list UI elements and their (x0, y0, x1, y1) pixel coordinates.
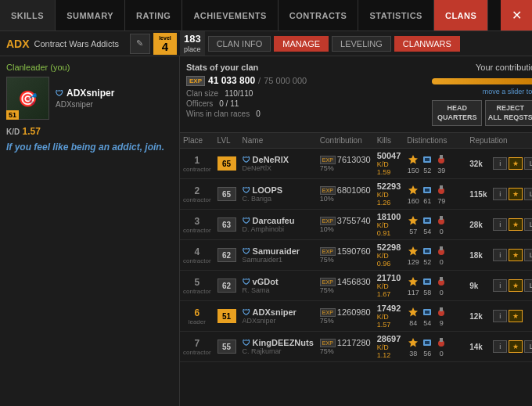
leader-subname: ADXsniper (56, 100, 114, 109)
svg-marker-20 (408, 277, 418, 286)
subtab-leveling[interactable]: LEVELING (332, 36, 391, 52)
rep-btn-★[interactable]: ★ (509, 249, 523, 261)
exp-label: EXP (320, 217, 336, 225)
place-cell: 7contractor (180, 332, 214, 362)
tab-rating[interactable]: RATING (125, 0, 182, 31)
rep-btn-L[interactable]: L (524, 340, 532, 353)
exp-max: / (258, 76, 261, 85)
leader-name: 🛡 ADXsniper (56, 88, 114, 99)
kills-value: 50047 (377, 151, 401, 160)
wins-value: 0 (256, 110, 261, 118)
name-cell: 🛡DarcaufeuD. Amphinobi (239, 210, 317, 240)
medal-icon (435, 214, 448, 227)
contribution-section: Your contribution 75% EXP move a slider … (432, 63, 532, 126)
rep-btn-L[interactable]: L (524, 218, 532, 231)
edit-clan-button[interactable]: ✎ (130, 34, 150, 54)
shield-icon: 🛡 (243, 156, 250, 164)
contribution-cell: EXP680106010% (317, 179, 374, 210)
rep-btn-L[interactable]: L (524, 157, 532, 170)
col-name: Name (239, 133, 317, 149)
player-subname: DeNeRlX (243, 164, 314, 172)
name-cell: 🛡KingDEEZNutsC. Rajkumar (239, 332, 317, 362)
rep-btn-L[interactable]: L (524, 279, 532, 292)
col-distinctions: Distinctions (404, 133, 466, 149)
svg-rect-12 (425, 219, 430, 222)
tab-contracts[interactable]: CONTRACTS (279, 0, 359, 31)
lvl-cell: 65 (214, 179, 239, 210)
rep-btn-i[interactable]: i (493, 249, 507, 261)
rep-btn-★[interactable]: ★ (509, 188, 523, 200)
kd-value: K/D 1.59 (377, 160, 401, 176)
contribution-cell: EXP121728075% (317, 332, 374, 362)
kills-cell: 28697K/D 1.12 (374, 332, 404, 362)
contrib-title: Your contribution (476, 63, 532, 72)
distinctions-cell: 160 61 79 (404, 179, 466, 210)
rep-btn-★[interactable]: ★ (509, 279, 523, 292)
rep-btn-i[interactable]: i (493, 157, 507, 170)
main-content: Clanleader (you) 🎯 51 🛡 ADXsniper ADXsni… (0, 56, 532, 406)
rep-btn-★[interactable]: ★ (509, 157, 523, 170)
close-button[interactable]: ✕ (501, 0, 532, 31)
rep-btn-i[interactable]: i (493, 188, 507, 200)
contrib-value: 1217280 (337, 338, 371, 347)
contribution-cell: EXP761303075% (317, 149, 374, 179)
player-subname: Samuraider1 (243, 256, 314, 264)
hq-button[interactable]: HEAD QUARTERS (432, 100, 482, 126)
rep-btn-★[interactable]: ★ (509, 310, 523, 322)
rep-btn-i[interactable]: i (493, 279, 507, 292)
medal-count: 0 (435, 289, 448, 296)
subtab-clan-info[interactable]: CLAN INFO (208, 36, 271, 52)
shield-icon: 🛡 (243, 217, 250, 225)
rep-btn-L[interactable]: L (524, 249, 532, 261)
shield-icon: 🛡 (243, 308, 250, 317)
contribution-cell: EXP145683075% (317, 271, 374, 301)
svg-rect-27 (425, 311, 430, 314)
rep-btn-i[interactable]: i (493, 218, 507, 231)
reputation-cell: 115ki★LLtOf✕ (466, 179, 532, 210)
tab-skills[interactable]: SKILLS (0, 0, 56, 31)
exp-label: EXP (320, 308, 336, 317)
clan-place: 183 (184, 33, 201, 45)
contrib-pct: 75% (320, 164, 371, 172)
rank-icon (421, 306, 433, 318)
rep-btn-★[interactable]: ★ (509, 218, 523, 231)
rank-icon (421, 245, 433, 257)
col-lvl: LVL (214, 133, 239, 149)
svg-rect-34 (440, 338, 443, 342)
subtab-manage[interactable]: MANAGE (274, 36, 329, 52)
level-badge: 65 (217, 187, 236, 201)
kills-cell: 52298K/D 0.96 (374, 240, 404, 271)
table-row: 3contractor63🛡DarcaufeuD. AmphinobiEXP37… (180, 210, 532, 240)
reputation-cell: 28ki★LLtOf✕ (466, 210, 532, 240)
rep-btn-★[interactable]: ★ (509, 340, 523, 353)
rep-value: 18k (469, 251, 491, 260)
reject-button[interactable]: REJECT ALL REQSTS (485, 100, 532, 126)
contrib-pct: 75% (320, 317, 371, 325)
lvl-cell: 62 (214, 240, 239, 271)
rep-value: 115k (469, 190, 491, 199)
name-cell: 🛡SamuraiderSamuraider1 (239, 240, 317, 271)
subtab-clanwars[interactable]: CLANWARS (394, 36, 460, 52)
tab-summary[interactable]: SUMMARY (56, 0, 125, 31)
name-cell: 🛡DeNeRlXDeNeRlX (239, 149, 317, 179)
rep-btn-i[interactable]: i (493, 340, 507, 353)
rep-btn-i[interactable]: i (493, 310, 507, 322)
contribution-cell: EXP126098075% (317, 301, 374, 332)
distinctions-cell: 57 54 0 (404, 210, 466, 240)
star-count: 57 (407, 228, 419, 235)
svg-rect-32 (425, 341, 430, 344)
kd-value: K/D 1.57 (377, 313, 401, 329)
kills-cell: 52293K/D 1.26 (374, 179, 404, 210)
tab-clans[interactable]: CLANS (434, 0, 488, 31)
clan-abbr: ADX (6, 38, 30, 50)
clan-brand: ADX Contract Wars Addicts (6, 38, 119, 50)
rep-btn-L[interactable]: L (524, 188, 532, 200)
player-subname: C. Bariga (243, 195, 314, 203)
avatar-level: 51 (6, 110, 19, 120)
svg-marker-15 (408, 246, 418, 256)
tab-achievements[interactable]: ACHIEVEMENTS (182, 0, 278, 31)
clan-level-badge: level 4 (153, 33, 177, 55)
tab-statistics[interactable]: STATISTICS (358, 0, 434, 31)
rank-count: 52 (421, 258, 433, 266)
kd-value: K/D 1.26 (377, 191, 401, 207)
